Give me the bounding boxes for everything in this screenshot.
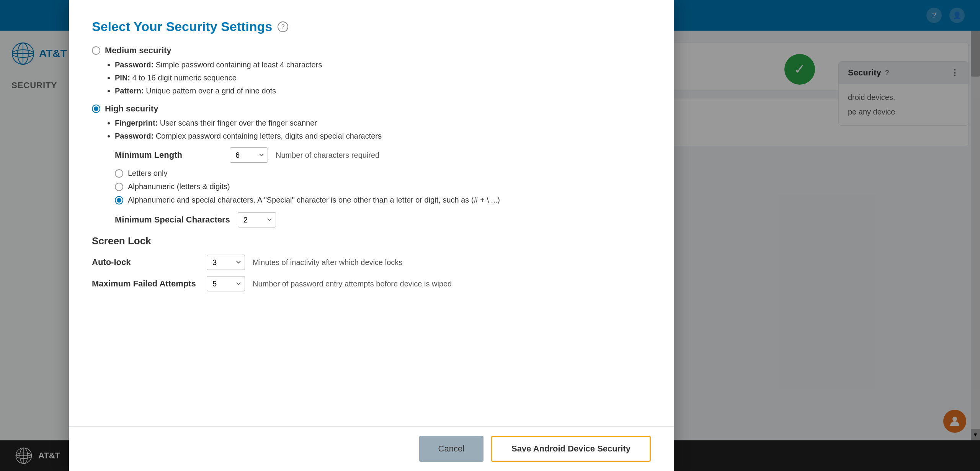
char-type-group: Letters only Alphanumeric (letters & dig… <box>115 169 651 204</box>
high-security-bullets: Fingerprint: User scans their finger ove… <box>115 118 651 141</box>
auto-lock-label: Auto-lock <box>92 257 199 267</box>
alphanumeric-label: Alphanumeric (letters & digits) <box>128 182 230 191</box>
modal-help-icon[interactable]: ? <box>278 21 288 32</box>
max-failed-select[interactable]: 3 4 5 6 7 8 9 10 <box>207 276 245 291</box>
alphanumeric-special-fill <box>117 198 121 203</box>
high-security-details: Minimum Length 4 5 6 7 8 9 10 12 14 16 N… <box>115 147 651 227</box>
modal-title-row: Select Your Security Settings ? <box>92 19 651 34</box>
high-security-option: High security Fingerprint: User scans th… <box>92 104 651 227</box>
auto-lock-select[interactable]: 1 2 3 4 5 10 15 30 <box>207 255 245 270</box>
auto-lock-hint: Minutes of inactivity after which device… <box>253 258 402 267</box>
medium-security-text: Medium security <box>105 46 172 56</box>
high-security-text: High security <box>105 104 158 114</box>
save-android-security-button[interactable]: Save Android Device Security <box>491 436 651 462</box>
max-failed-hint: Number of password entry attempts before… <box>253 280 452 288</box>
max-failed-row: Maximum Failed Attempts 3 4 5 6 7 8 9 10… <box>92 276 651 291</box>
modal-footer: Cancel Save Android Device Security <box>69 426 674 471</box>
screen-lock-heading: Screen Lock <box>92 235 651 247</box>
medium-security-option: Medium security Password: Simple passwor… <box>92 46 651 96</box>
max-failed-label: Maximum Failed Attempts <box>92 279 199 289</box>
high-bullet-1: Fingerprint: User scans their finger ove… <box>115 118 651 128</box>
alphanumeric-option[interactable]: Alphanumeric (letters & digits) <box>115 182 651 191</box>
alphanumeric-special-option[interactable]: Alphanumeric and special characters. A "… <box>115 196 651 204</box>
alphanumeric-radio[interactable] <box>115 183 123 191</box>
min-length-select[interactable]: 4 5 6 7 8 9 10 12 14 16 <box>230 147 268 163</box>
cancel-button[interactable]: Cancel <box>419 436 483 462</box>
alphanumeric-special-label: Alphanumeric and special characters. A "… <box>128 196 500 204</box>
letters-only-radio[interactable] <box>115 169 123 178</box>
high-security-label[interactable]: High security <box>92 104 651 114</box>
security-settings-modal: Select Your Security Settings ? Medium s… <box>69 0 674 471</box>
letters-only-label: Letters only <box>128 169 167 178</box>
high-security-radio[interactable] <box>92 105 100 113</box>
modal-body: Select Your Security Settings ? Medium s… <box>69 0 674 426</box>
medium-bullet-1: Password: Simple password containing at … <box>115 59 651 70</box>
medium-bullet-3: Pattern: Unique pattern over a grid of n… <box>115 85 651 96</box>
min-length-hint: Number of characters required <box>276 151 379 160</box>
min-special-select[interactable]: 1 2 3 4 5 <box>238 212 276 227</box>
medium-security-radio[interactable] <box>92 46 100 55</box>
min-special-label: Minimum Special Characters <box>115 215 230 225</box>
medium-security-bullets: Password: Simple password containing at … <box>115 59 651 96</box>
alphanumeric-special-radio[interactable] <box>115 196 123 204</box>
modal-title: Select Your Security Settings <box>92 19 272 34</box>
high-bullet-2: Password: Complex password containing le… <box>115 131 651 141</box>
min-special-row: Minimum Special Characters 1 2 3 4 5 <box>115 212 651 227</box>
high-security-radio-fill <box>94 106 98 111</box>
min-length-label: Minimum Length <box>115 150 222 160</box>
min-length-row: Minimum Length 4 5 6 7 8 9 10 12 14 16 N… <box>115 147 651 163</box>
medium-security-label[interactable]: Medium security <box>92 46 651 56</box>
medium-bullet-2: PIN: 4 to 16 digit numeric sequence <box>115 72 651 83</box>
letters-only-option[interactable]: Letters only <box>115 169 651 178</box>
auto-lock-row: Auto-lock 1 2 3 4 5 10 15 30 Minutes of … <box>92 255 651 270</box>
